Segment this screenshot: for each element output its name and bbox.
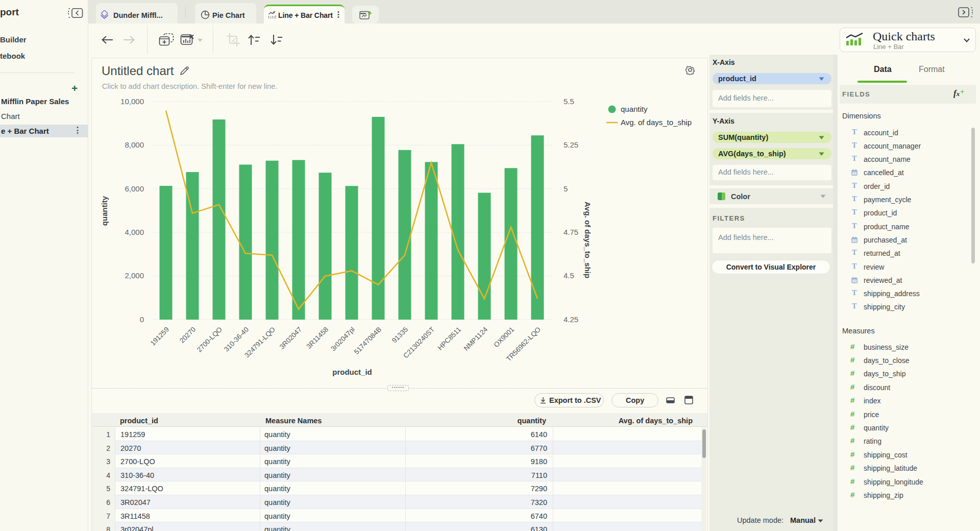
- svg-text:4.75: 4.75: [564, 228, 578, 236]
- svg-text:4.25: 4.25: [564, 315, 578, 324]
- svg-text:6,000: 6,000: [125, 184, 144, 193]
- svg-text:5.5: 5.5: [564, 97, 574, 106]
- svg-text:8,000: 8,000: [125, 140, 144, 149]
- svg-text:0: 0: [140, 315, 144, 324]
- svg-text:20270: 20270: [178, 326, 197, 345]
- svg-text:Avg. of days_to_ship: Avg. of days_to_ship: [583, 202, 592, 278]
- svg-text:5.25: 5.25: [564, 140, 578, 149]
- svg-text:10,000: 10,000: [120, 97, 144, 106]
- svg-text:3R02047: 3R02047: [278, 326, 303, 351]
- svg-text:191259: 191259: [149, 326, 170, 347]
- svg-text:HPC8511: HPC8511: [436, 326, 462, 352]
- svg-text:OX9001: OX9001: [492, 326, 516, 349]
- svg-text:51747084B: 51747084B: [353, 326, 383, 356]
- svg-text:NMP1124: NMP1124: [462, 325, 489, 352]
- svg-text:2700-LQO: 2700-LQO: [195, 326, 224, 354]
- svg-text:4.5: 4.5: [564, 271, 574, 280]
- svg-text:3r02047pl: 3r02047pl: [329, 326, 356, 353]
- svg-text:quantity: quantity: [100, 196, 109, 226]
- svg-text:2,000: 2,000: [125, 271, 144, 280]
- svg-text:310-36-40: 310-36-40: [223, 326, 250, 353]
- svg-text:Avg. of days_to_ship: Avg. of days_to_ship: [621, 118, 692, 127]
- svg-text:91335: 91335: [390, 326, 409, 345]
- svg-text:product_id: product_id: [332, 368, 372, 376]
- svg-text:4,000: 4,000: [125, 228, 144, 236]
- svg-text:3R11458: 3R11458: [305, 326, 330, 351]
- svg-text:5: 5: [564, 184, 568, 193]
- svg-text:quantity: quantity: [621, 105, 648, 113]
